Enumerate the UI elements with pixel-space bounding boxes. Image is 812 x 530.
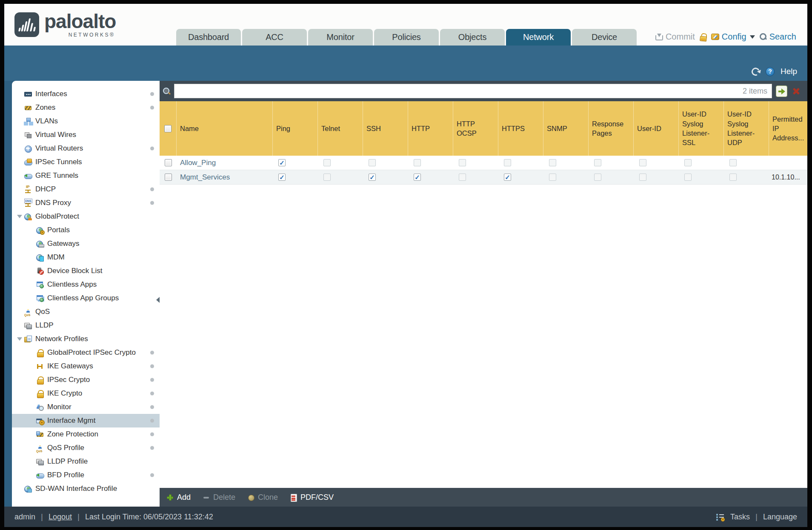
toolbar-button[interactable]: Add [166,493,191,502]
nav-tab[interactable]: ACC [242,29,307,46]
service-checkbox[interactable]: ✓ [459,174,466,181]
clear-filter-button[interactable] [791,86,801,96]
column-header[interactable]: User-ID Syslog Listener-SSL [679,101,724,156]
help-label[interactable]: Help [781,67,797,76]
sidebar-item[interactable]: Device Block List [12,264,160,278]
nav-tab[interactable]: Network [506,29,571,46]
search-button[interactable]: Search [760,32,796,42]
column-header[interactable]: SNMP [543,101,589,156]
sidebar-item[interactable]: LLDP Profile [12,455,160,468]
sidebar-item[interactable]: GlobalProtect [12,210,160,223]
service-checkbox[interactable]: ✓ [459,159,466,166]
sidebar-item[interactable]: GlobalProtect IPSec Crypto [12,346,160,359]
select-all-checkbox[interactable] [164,125,172,132]
column-header[interactable]: HTTP [408,101,453,156]
service-checkbox[interactable]: ✓ [639,159,646,166]
service-checkbox[interactable]: ✓ [594,159,601,166]
column-header[interactable]: User-ID Syslog Listener-UDP [724,101,769,156]
sidebar-item[interactable]: Clientless App Groups [12,291,160,305]
column-header[interactable]: Ping [273,101,318,156]
sidebar-item[interactable]: DHCP [12,182,160,196]
sidebar-item[interactable]: IKE Crypto [12,387,160,400]
sidebar-item[interactable]: QoS Profile [12,441,160,455]
service-checkbox[interactable]: ✓ [278,159,286,166]
nav-tab[interactable]: Policies [374,29,439,46]
sidebar-item[interactable]: Virtual Routers [12,142,160,155]
service-checkbox[interactable]: ✓ [684,159,692,166]
service-checkbox[interactable]: ✓ [729,174,737,181]
service-checkbox[interactable]: ✓ [594,174,601,181]
language-link[interactable]: Language [763,513,797,521]
service-checkbox[interactable]: ✓ [323,159,331,166]
toolbar-button[interactable]: Clone [247,493,278,502]
profile-name-link[interactable]: Allow_Ping [180,159,216,167]
sidebar-item[interactable]: MDM [12,251,160,264]
lock-icon[interactable] [699,33,707,41]
sidebar-item[interactable]: LLDP [12,319,160,332]
sidebar-item[interactable]: IKE Gateways [12,359,160,373]
commit-button[interactable]: Commit [655,32,695,42]
service-checkbox[interactable]: ✓ [414,174,421,181]
search-input[interactable] [179,87,743,95]
expand-arrow-icon[interactable] [17,337,22,341]
sidebar-item[interactable]: Monitor [12,400,160,414]
nav-tab[interactable]: Device [572,29,637,46]
row-checkbox[interactable] [165,159,172,166]
service-checkbox[interactable]: ✓ [729,159,737,166]
sidebar-item[interactable]: Gateways [12,237,160,251]
logout-link[interactable]: Logout [49,513,72,521]
row-checkbox[interactable] [165,174,172,181]
sidebar-item[interactable]: IPSec Crypto [12,373,160,387]
column-header[interactable]: HTTP OCSP [453,101,498,156]
service-checkbox[interactable]: ✓ [323,174,331,181]
sidebar-collapse-handle[interactable] [156,297,160,303]
refresh-icon[interactable] [750,66,761,77]
service-checkbox[interactable]: ✓ [549,159,556,166]
sidebar-item[interactable]: Zones [12,101,160,114]
column-header[interactable]: Permitted IP Address... [769,101,807,156]
service-checkbox[interactable]: ✓ [504,159,511,166]
sidebar-item[interactable]: IPSec Tunnels [12,155,160,169]
sidebar-item[interactable]: QoS [12,305,160,319]
sidebar-item[interactable]: Clientless Apps [12,278,160,291]
sidebar-item[interactable]: Zone Protection [12,427,160,441]
toolbar-button[interactable]: Delete [203,493,235,502]
sidebar-item[interactable]: SD-WAN Interface Profile [12,482,160,496]
column-header[interactable]: User-ID [634,101,679,156]
service-checkbox[interactable]: ✓ [414,159,421,166]
table-row[interactable]: Allow_Ping ✓ ✓ ✓ ✓ [160,156,807,170]
sidebar-item-icon [24,145,32,152]
column-header[interactable]: Response Pages [589,101,634,156]
sidebar-item[interactable]: Interface Mgmt [12,414,160,427]
sidebar-item[interactable]: BFD Profile [12,468,160,482]
service-checkbox[interactable]: ✓ [369,159,376,166]
sidebar-item[interactable]: GRE Tunnels [12,169,160,182]
service-checkbox[interactable]: ✓ [684,174,692,181]
sidebar-item[interactable]: Network Profiles [12,332,160,346]
service-checkbox[interactable]: ✓ [504,174,511,181]
sidebar-item[interactable]: Virtual Wires [12,128,160,142]
profile-name-link[interactable]: Mgmt_Services [180,173,230,181]
nav-tab[interactable]: Monitor [308,29,373,46]
service-checkbox[interactable]: ✓ [549,174,556,181]
table-row[interactable]: Mgmt_Services ✓ ✓ ✓ ✓ [160,170,807,185]
config-button[interactable]: Config [711,32,755,42]
service-checkbox[interactable]: ✓ [278,174,286,181]
column-header[interactable]: Telnet [318,101,363,156]
column-header[interactable]: SSH [363,101,408,156]
service-checkbox[interactable]: ✓ [369,174,376,181]
toolbar-button[interactable]: PDF/CSV [290,493,334,502]
sidebar-item[interactable]: VLANs [12,114,160,128]
expand-arrow-icon[interactable] [17,215,22,218]
nav-tab[interactable]: Objects [440,29,505,46]
sidebar-item[interactable]: Portals [12,223,160,237]
apply-filter-button[interactable] [776,85,787,97]
tasks-link[interactable]: Tasks [730,513,750,521]
column-header[interactable]: Name [177,101,273,156]
nav-tab[interactable]: Dashboard [176,29,241,46]
service-checkbox[interactable]: ✓ [639,174,646,181]
sidebar-item[interactable]: Interfaces [12,87,160,101]
help-icon[interactable] [766,67,775,76]
sidebar-item[interactable]: DNS Proxy [12,196,160,210]
column-header[interactable]: HTTPS [498,101,543,156]
